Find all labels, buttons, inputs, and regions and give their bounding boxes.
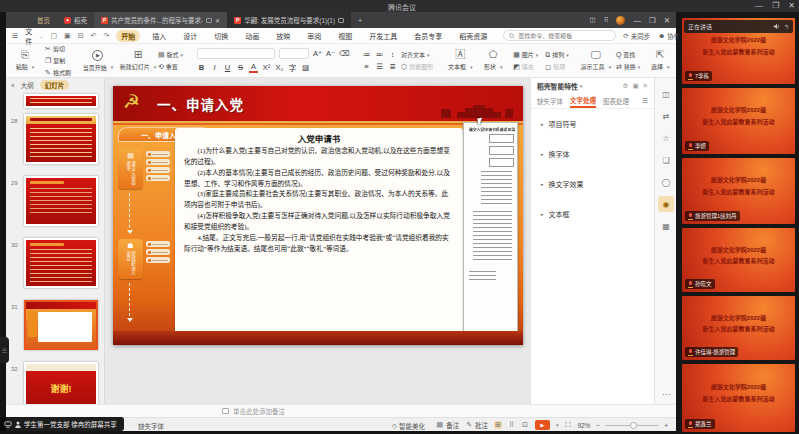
help-icon[interactable]: ◯ (658, 174, 674, 190)
subscript-button[interactable]: X₂ (275, 63, 284, 72)
menu-tab-docer-res[interactable]: 稻壳资源 (454, 30, 492, 42)
reading-view-icon[interactable]: ⊡ (521, 421, 529, 429)
play-caret-icon[interactable]: ▾ (556, 422, 559, 428)
redo-icon[interactable]: ↷ (103, 32, 109, 40)
menu-tab-insert[interactable]: 插入 (147, 30, 171, 42)
select-button[interactable]: ⇱ 选择▾ (647, 50, 673, 71)
panel-item-text-effect[interactable]: ▸换文字效果 (531, 169, 654, 199)
wps-restore-icon[interactable]: ❐ (649, 16, 656, 25)
panel-item-bullets[interactable]: ▸项目符号 (531, 109, 654, 139)
skin-icon[interactable]: ◫ (658, 86, 674, 102)
char-spacing-icon[interactable]: 字 (288, 62, 297, 73)
align-center-icon[interactable]: ☰ (375, 62, 384, 71)
file-menu[interactable]: 文件 (25, 26, 32, 46)
zoom-slider[interactable] (606, 425, 658, 426)
font-color-button[interactable]: A (249, 62, 258, 73)
zoom-level[interactable]: 92% (577, 422, 590, 429)
outline-tab[interactable]: 大纲 (21, 80, 34, 90)
font-name-combobox[interactable] (197, 48, 275, 59)
line-spacing-icon[interactable]: ↕ (388, 50, 397, 59)
current-slide[interactable]: ☭ 一、申请入党 一、申请入党 ▤ (113, 86, 523, 345)
panel-menu-icon[interactable]: ☰ (642, 97, 648, 105)
strikethrough-button[interactable]: S (236, 63, 245, 72)
layout-split-icon[interactable]: ◫ (590, 16, 596, 24)
save-icon[interactable]: ▣ (64, 32, 71, 40)
panel-tab-chart[interactable]: 图表处理 (603, 96, 629, 106)
apps-grid-icon[interactable]: ⠿ (604, 16, 609, 24)
new-file-icon[interactable]: ▢ (50, 32, 57, 40)
document-tab-1[interactable]: P 共产党员的条件...的程序与要求- ✕ (94, 12, 227, 28)
panel-item-change-font[interactable]: ▸换字体 (531, 139, 654, 169)
underline-button[interactable]: U (223, 63, 232, 72)
notes-toggle[interactable]: ▤备注 (436, 420, 460, 430)
switch-icon[interactable]: ⇄ (658, 108, 674, 124)
increase-font-icon[interactable]: A⁺ (313, 49, 322, 58)
collaborate-button[interactable]: ☻协作 (658, 31, 680, 41)
zoom-in-icon[interactable]: + (664, 422, 668, 429)
shapes-button[interactable]: ⬠ 形状▾ (480, 50, 506, 71)
menu-tab-view[interactable]: 视图 (333, 30, 357, 42)
wps-close-icon[interactable]: ✕ (664, 16, 670, 25)
close-icon[interactable]: ✕ (788, 1, 795, 10)
main-menu-icon[interactable]: ☰ (12, 32, 18, 40)
gear-icon[interactable]: ⚙ (623, 82, 629, 90)
play-from-current-button[interactable]: ▶ 当页开始▾ (85, 50, 111, 72)
print-icon[interactable]: ⊟ (78, 32, 84, 40)
wps-minimize-icon[interactable]: — (633, 16, 641, 25)
cut-button[interactable]: ✂剪切 (45, 44, 71, 53)
participant-video-6[interactable]: 旅游文化学院2022级 新生入党启蒙教育系列活动 郑鑫兰 (682, 364, 795, 432)
slide-thumbnail-29[interactable] (24, 176, 98, 226)
new-slide-button[interactable]: ⊞ 新建幻灯片▾ (125, 50, 151, 71)
outline-button[interactable]: ◻轮廓 (545, 62, 569, 71)
sync-status[interactable]: ⟳未同步 (623, 31, 650, 41)
copy-button[interactable]: ❐复制 (45, 56, 71, 65)
slideshow-play-button[interactable]: ▶ (535, 420, 550, 430)
align-left-icon[interactable]: ≡ (362, 62, 371, 71)
participant-video-3[interactable]: 旅游文化学院2022级 新生入党启蒙教育系列活动 旅游管理1班刘丹 (682, 158, 795, 224)
format-painter-button[interactable]: ✎格式刷 (45, 68, 71, 77)
participant-video-4[interactable]: 旅游文化学院2022级 新生入党启蒙教育系列活动 孙晓文 (682, 228, 795, 292)
fit-slide-icon[interactable]: ⛶ (564, 421, 571, 429)
tab-home[interactable]: 首页 (30, 12, 57, 28)
zoom-out-icon[interactable]: − (596, 422, 600, 429)
superscript-button[interactable]: X² (262, 63, 271, 72)
italic-button[interactable]: I (210, 63, 219, 72)
fill-button[interactable]: ◩填充 (513, 62, 538, 71)
zoom-slider-knob[interactable] (630, 422, 637, 429)
slide-thumbnail-28[interactable] (24, 114, 98, 164)
sorter-view-icon[interactable]: ⠿ (508, 421, 515, 429)
search-input[interactable] (518, 33, 610, 39)
replace-button[interactable]: ⇄替换▾ (616, 62, 640, 71)
close-panel-icon[interactable]: ✕ (643, 82, 648, 90)
slide-thumbnail-31-selected[interactable] (24, 300, 98, 350)
decrease-font-icon[interactable]: A⁻ (326, 49, 335, 58)
layout-button[interactable]: ▤版式▾ (158, 50, 183, 59)
slide-thumbnail-partial[interactable] (24, 94, 98, 108)
user-avatar[interactable] (616, 16, 625, 25)
close-tab-icon[interactable]: ✕ (215, 17, 220, 24)
menu-tab-animation[interactable]: 动画 (240, 30, 264, 42)
sidebar-toggle-handle[interactable]: ☰ (0, 337, 9, 363)
text-box-button[interactable]: 🄰 文本框▾ (447, 50, 473, 71)
picture-button[interactable]: ▦图片▾ (513, 50, 538, 59)
collapse-panel-icon[interactable]: « (11, 82, 15, 89)
template-icon[interactable]: ❏ (658, 152, 674, 168)
menu-tab-design[interactable]: 设计 (178, 30, 202, 42)
more-tools-icon[interactable]: ⋯ (658, 386, 674, 402)
notes-bar[interactable]: 单击此处添加备注 (6, 404, 676, 417)
menu-tab-review[interactable]: 审阅 (302, 30, 326, 42)
menu-tab-home[interactable]: 开始 (116, 30, 140, 42)
numbered-list-icon[interactable]: ≕ (375, 50, 384, 59)
align-right-icon[interactable]: ≣ (388, 62, 397, 71)
find-button[interactable]: Q查找 (616, 50, 640, 59)
new-tab-button[interactable]: + (351, 12, 369, 28)
align-text-button[interactable]: 对齐文本▾ (401, 50, 430, 59)
undo-icon[interactable]: ↶ (91, 32, 97, 40)
missing-font-status[interactable]: 缺失字体 (138, 421, 164, 431)
presentation-tools-button[interactable]: 🖵 演示工具▾ (583, 50, 609, 71)
highlight-icon[interactable]: ▨ (301, 63, 310, 72)
menu-tab-transition[interactable]: 切换 (209, 30, 233, 42)
command-search[interactable] (503, 30, 616, 41)
panel-tab-text[interactable]: 文字处理 (570, 95, 596, 108)
bullet-list-icon[interactable]: ≔ (362, 50, 371, 59)
